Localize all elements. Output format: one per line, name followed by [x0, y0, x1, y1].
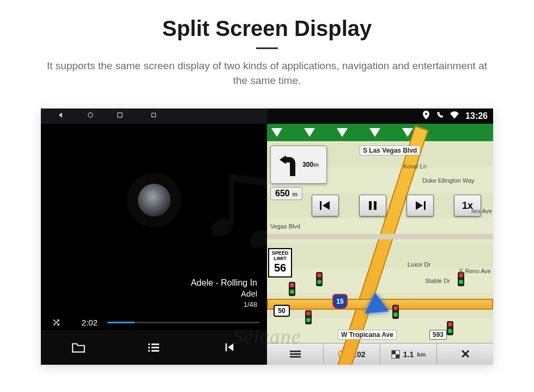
close-icon: ✕: [460, 347, 470, 361]
lane-arrow-icon: [369, 128, 380, 137]
street-label: Stable Dr: [425, 278, 450, 284]
track-index: 1/48: [41, 300, 257, 310]
next-turn-card[interactable]: 300m: [270, 146, 327, 184]
traffic-light-icon: [316, 272, 323, 286]
page-subtitle: It supports the same screen display of t…: [44, 59, 490, 88]
music-pane: ♫ Adele - Rolling In Adel 1/48 ⤮ 2:02: [41, 108, 267, 365]
device-screen: ♫ Adele - Rolling In Adel 1/48 ⤮ 2:02: [41, 108, 493, 365]
traffic-light-icon: [392, 305, 399, 319]
lane-arrow-icon: [337, 128, 348, 137]
street-number: 593: [429, 330, 447, 340]
sim-playback-bar: 1x: [312, 194, 481, 218]
street-label: S Las Vegas Blvd: [360, 146, 420, 155]
page-header: Split Screen Display It supports the sam…: [0, 0, 534, 88]
track-metadata: Adele - Rolling In Adel 1/48: [41, 277, 267, 312]
page-title: Split Screen Display: [0, 16, 534, 41]
traffic-light-icon: [289, 282, 295, 296]
interstate-shield: 15: [332, 294, 348, 309]
traffic-light-icon: [447, 321, 453, 335]
lane-guidance-bar: [267, 124, 493, 141]
svg-rect-7: [151, 347, 159, 348]
svg-rect-6: [148, 347, 150, 348]
vehicle-cursor-icon: [363, 292, 389, 313]
current-distance-value: 650: [275, 189, 290, 198]
street-label: E Reno Ave: [459, 268, 491, 274]
title-divider: [256, 47, 278, 49]
current-distance-unit: m: [292, 191, 298, 197]
street-label: Duke Ellington Way: [422, 177, 475, 184]
svg-rect-21: [396, 354, 399, 358]
navigation-pane: 13:26 300m 650 m: [267, 108, 493, 365]
screenshot-icon[interactable]: [150, 111, 157, 121]
elapsed-time: 2:02: [74, 318, 98, 327]
next-turn-distance: 300: [302, 161, 313, 168]
svg-rect-12: [369, 201, 372, 210]
svg-point-0: [88, 113, 93, 117]
next-turn-unit: m: [313, 161, 319, 168]
svg-rect-20: [392, 351, 396, 354]
svg-rect-15: [290, 351, 301, 352]
previous-track-icon[interactable]: [192, 330, 267, 365]
album-art-area: ♫: [41, 124, 267, 277]
speed-limit-label: SPEED LIMIT: [272, 250, 289, 261]
track-title: Adele - Rolling In: [41, 277, 257, 289]
svg-rect-17: [290, 356, 301, 358]
distance-unit: km: [417, 351, 426, 358]
nav-bottom-bar: 0:02 1.1 km ✕: [267, 343, 493, 365]
joystick-control[interactable]: [138, 184, 171, 216]
svg-rect-1: [118, 113, 122, 117]
street-label: Koval Ln: [403, 163, 427, 170]
phone-icon: [436, 111, 444, 121]
wifi-icon: [450, 111, 459, 121]
playlist-icon[interactable]: [116, 330, 191, 365]
sim-next-button[interactable]: [406, 195, 434, 216]
street-label: Luxor Dr: [408, 261, 430, 268]
route-shield: 50: [274, 305, 290, 317]
street-label: Vegas Blvd: [270, 223, 300, 230]
progress-bar[interactable]: [107, 322, 259, 323]
svg-rect-8: [148, 350, 150, 352]
player-progress-row: ⤮ 2:02: [41, 312, 267, 330]
track-artist: Adel: [41, 288, 257, 299]
back-icon[interactable]: [57, 111, 65, 121]
minor-road: [267, 234, 493, 239]
sim-prev-button[interactable]: [312, 195, 339, 216]
svg-rect-3: [152, 113, 155, 117]
speed-limit-value: 56: [269, 262, 291, 274]
home-icon[interactable]: [87, 111, 94, 121]
svg-rect-11: [320, 201, 321, 210]
recents-icon[interactable]: [116, 111, 124, 121]
music-bottom-bar: [41, 330, 267, 365]
progress-fill: [107, 322, 135, 323]
svg-rect-16: [290, 353, 301, 355]
svg-rect-4: [148, 343, 150, 345]
shuffle-icon[interactable]: ⤮: [48, 316, 64, 329]
folder-icon[interactable]: [41, 330, 116, 365]
close-nav-button[interactable]: ✕: [437, 343, 493, 365]
menu-button[interactable]: [267, 343, 324, 365]
lane-arrow-icon: [304, 128, 315, 137]
speed-limit-sign: SPEED LIMIT 56: [268, 248, 292, 278]
current-distance-label: 650 m: [270, 187, 302, 200]
street-label: iles Ave: [471, 208, 492, 214]
android-navbar: [41, 108, 267, 124]
lane-arrow-icon: [271, 128, 282, 137]
svg-rect-10: [225, 343, 227, 352]
distance-value: 1.1: [403, 350, 414, 359]
location-icon: [423, 111, 429, 122]
svg-rect-13: [374, 201, 377, 210]
sim-pause-button[interactable]: [359, 195, 386, 216]
status-bar: 13:26: [267, 108, 493, 124]
svg-rect-5: [151, 343, 159, 345]
distance-cell[interactable]: 1.1 km: [380, 343, 437, 365]
map-canvas[interactable]: 300m 650 m 1x SPEED LIMIT 56: [267, 141, 493, 343]
traffic-light-icon: [305, 310, 312, 324]
svg-rect-14: [424, 201, 426, 210]
clock: 13:26: [465, 111, 488, 121]
main-road: [327, 126, 428, 365]
street-label: W Tropicana Ave: [338, 330, 397, 340]
svg-rect-9: [151, 350, 159, 352]
